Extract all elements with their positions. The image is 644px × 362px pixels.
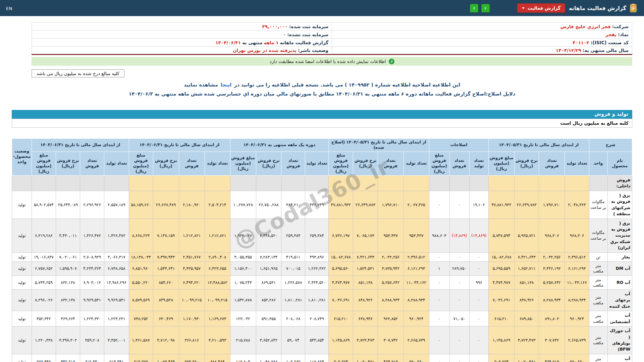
value-cell: ۵۴۴,۸۵۴	[305, 326, 329, 354]
column-header: نرخ فروش (ریال)	[353, 152, 378, 175]
value-cell: ۱,۵۲۴,۵۳۱	[353, 262, 378, 276]
company-info-cell: سرمایه ثبت شده: ۳۹,۰۰۰,۰۰۰	[32, 22, 332, 31]
product-unit: متر مکعب	[589, 262, 607, 276]
table-row: آب DMمتر مکعب۶,۱۶۱,۲۹۳۳,۴۴۶,۱۹۲۱,۶۵۲,۷۱۱…	[12, 262, 632, 276]
column-header: تعداد تولید	[565, 152, 589, 175]
value-cell: ۰	[469, 326, 488, 354]
product-status: تولید	[12, 191, 32, 219]
correction-notice-text-after: مشاهده نمایید	[184, 82, 218, 87]
prev-announcement-button[interactable]: ‹	[470, 4, 478, 12]
empty-cell	[12, 175, 32, 191]
value-cell: ۱,۰۷۵,۴۶۹	[153, 354, 179, 362]
value-cell: ۲,۱۸۰,۹۲۰	[179, 191, 205, 219]
value-cell: ۳,۴۴۶,۱۹۲	[539, 262, 565, 276]
value-cell: ۷,۴۴۸,۵۲۰	[256, 219, 281, 252]
value-cell: ۲۵۹,۳۸۴	[281, 219, 305, 252]
empty-cell	[429, 175, 449, 191]
production-sales-table: شرحاز ابتدای سال مالی تا تاریخ ۱۴۰۴/۰۵/۳…	[12, 138, 632, 362]
empty-cell	[353, 175, 378, 191]
header-col-row: نام محصولواحدتعداد تولیدتعداد فروشنرخ فر…	[12, 152, 632, 175]
value-cell: ۸,۶۶۸,۲۲۴	[129, 219, 153, 252]
value-cell: ۲,۳۹۶,۵۱۲	[565, 252, 589, 261]
value-cell: ۷,۲۸۳,۱۳۴	[256, 252, 281, 261]
empty-cell	[565, 175, 589, 191]
signature-notice-text: اطلاعات نمایش داده شده با اطلاعات امضا ش…	[269, 59, 386, 64]
value-cell: ۸۵۲,۲۸۶	[256, 289, 281, 311]
value-cell: ۳۸۴,۲۱۰	[281, 191, 305, 219]
info-label: سرمایه ثبت شده:	[289, 24, 328, 29]
company-info-cell: سرمایه ثبت نشده: ۰	[32, 31, 332, 39]
previous-version-link[interactable]: اینجا	[221, 82, 231, 87]
value-cell: ۳,۳۹۷,۳۰۲	[56, 326, 80, 354]
column-group-desc: شرح	[589, 139, 632, 152]
column-header: تعداد فروش	[179, 152, 205, 175]
main-content: شرکت: فجر انرژي خليج فارسسرمایه ثبت شده:…	[12, 22, 632, 362]
value-cell: ۸,۲۹۶,۰۲۶	[32, 289, 56, 311]
value-cell: ۶۱۵,۲۱۰	[328, 311, 353, 326]
value-cell: ۵۰۲,۷۷۴	[488, 354, 514, 362]
value-cell: ۱,۴۲۶,۴۷۲	[80, 219, 104, 252]
empty-cell	[281, 175, 305, 191]
product-name: آب بهداشتی	[607, 354, 632, 362]
value-cell: ۶,۴۹۴,۲۲۰	[179, 276, 205, 289]
production-table-body: فروش داخلی:برق ( فروش به شرکتهای منطقه )…	[12, 175, 632, 362]
value-cell: ۱۱,۰۴۴,۱۶۲	[404, 276, 429, 289]
empty-cell	[104, 175, 129, 191]
value-cell: ۷,۴۲۱,۶۴۳	[353, 252, 378, 261]
value-cell: ۴۶۹,۷۱۵	[539, 354, 565, 362]
info-value: فجر انرژي خليج فارس	[560, 24, 610, 29]
value-cell: ۵۷۰,۶۶۰	[565, 354, 589, 362]
top-navbar: گزارش فعالیت ماهانه گزارش فعالیت › ‹ EN	[0, 0, 644, 16]
value-cell: ۱,۶۵۱,۹۶۵	[256, 262, 281, 276]
column-header: تعداد فروش	[378, 152, 404, 175]
value-cell: ۹۸۸,۶۰۳	[429, 219, 449, 252]
value-cell: ۲۰۸,۷۴۹	[305, 311, 329, 326]
column-group: از ابتدای سال مالی تا تاریخ ۱۴۰۴/۰۶/۳۱	[129, 139, 230, 152]
empty-cell	[305, 175, 329, 191]
correction-reason: دلایل اصلاح:اصلاح گزارش فعالیت ماهانه دو…	[12, 91, 632, 97]
value-cell: ۱۹,۱۰۲	[469, 191, 488, 219]
value-cell: ۱۸,۱۳۸,۰۳۳	[129, 252, 153, 261]
value-cell: ۰	[429, 289, 449, 311]
value-cell: ۵,۲۵۷,۶۴۲	[539, 276, 565, 289]
header-inset: شرکت: فجر انرژي خليج فارسسرمایه ثبت شده:…	[32, 22, 632, 77]
value-cell: ۳,۷۱۲,۰۹۸	[153, 326, 179, 354]
category-label: فروش داخلی:	[607, 175, 632, 191]
value-cell: ۸,۲۸۸,۹۳۴	[404, 289, 429, 311]
info-label: سال مالی منتهی به:	[583, 48, 629, 53]
value-cell: ۷,۴۲۱,۶۴۳	[515, 252, 539, 261]
value-cell: ۵,۶۹۵,۵۶۰	[328, 262, 353, 276]
column-header: نرخ فروش (ریال)	[56, 152, 80, 175]
value-cell: ۹,۹۶۹,۵۳۱	[80, 289, 104, 311]
value-cell: ۸۵۴,۶۶۰	[153, 276, 179, 289]
value-cell: ۲,۶۶۵,۷۳۹	[404, 326, 429, 354]
value-cell: ۱,۶۵۲,۷۱۱	[515, 262, 539, 276]
value-cell: ۹۴۲,۲۱۶	[56, 354, 80, 362]
report-type-dropdown[interactable]: گزارش فعالیت	[517, 3, 565, 13]
product-unit: مگاوات بر ساعت	[589, 191, 607, 219]
info-icon: i	[389, 59, 394, 64]
value-cell: ۰	[429, 276, 449, 289]
value-cell: ۹۶۰,۹۲۴	[565, 311, 589, 326]
section-header-production-sales: تولید و فروش	[12, 110, 632, 119]
value-cell: ۷۱,۰۵۰	[449, 311, 469, 326]
english-language-link[interactable]: EN	[6, 6, 12, 11]
value-cell: ۱,۰۹۸,۷۶۸	[256, 354, 281, 362]
next-announcement-button[interactable]: ›	[481, 4, 490, 12]
value-cell: ۱۰,۰۹۹,۲۱۵	[179, 289, 205, 311]
value-cell: ۲۱۵,۷۸۸	[230, 326, 256, 354]
value-cell: ۱,۰۷۵,۲۴۳	[230, 276, 256, 289]
value-cell: ۰	[449, 276, 469, 289]
navbar-right-cluster: گزارش فعالیت ماهانه گزارش فعالیت › ‹	[470, 3, 638, 13]
value-cell: ۴,۴۳۰,۰۱۱	[56, 219, 80, 252]
column-group: دوره یک ماهه منتهی به ۱۴۰۴/۰۶/۳۱	[230, 139, 328, 152]
value-cell: ۵,۲۵۷,۶۴۲	[378, 276, 404, 289]
company-info-cell: نماد: بفجر	[332, 31, 632, 39]
value-cell: ۱,۳۶۱,۵۸۷	[129, 326, 153, 354]
info-label: وضعیت ناشر:	[298, 48, 328, 53]
value-cell: ۵۸,۹۰۲,۵۷۴	[32, 191, 56, 219]
value-cell: ۱,۱۴۵,۸۶۹	[328, 326, 353, 354]
company-info-body: شرکت: فجر انرژي خليج فارسسرمایه ثبت شده:…	[32, 22, 632, 55]
value-cell: ۰	[429, 252, 449, 261]
value-cell: ۱,۱۴۵,۸۶۹	[488, 326, 514, 354]
